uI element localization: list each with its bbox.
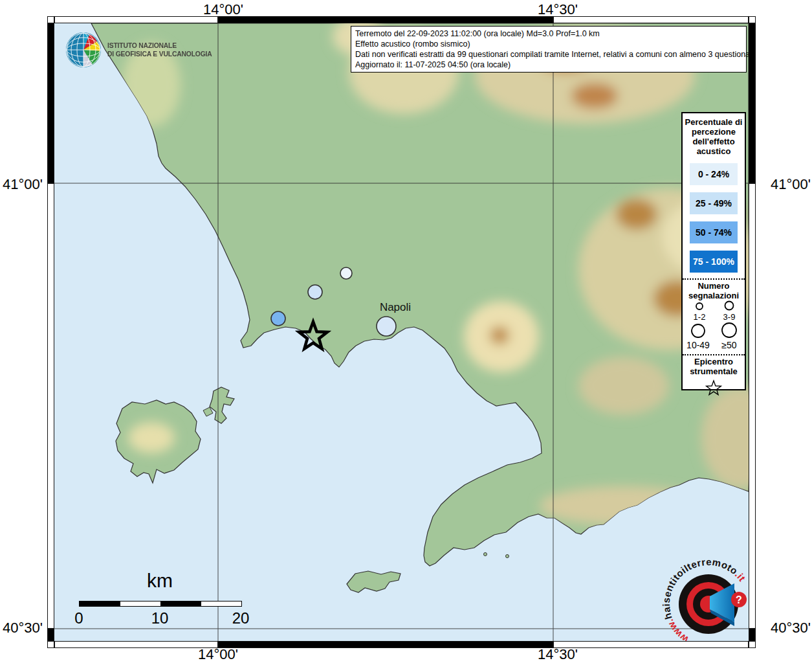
scale-tick-10: 10 [151,609,169,627]
legend-swatch-0-24: 0 - 24% [690,163,738,185]
legend-count-symbols: 1-2 3-9 10-49 ≥50 [683,300,745,351]
scale-segment [201,601,242,606]
frame-right-segment-1 [749,23,756,183]
count-label-1-2: 1-2 [694,312,706,322]
city-label-napoli: Napoli [371,301,419,314]
frame-corner-tl [47,16,54,23]
frame-corner-bl [47,641,54,648]
legend-epicenter-title: Epicentro strumentale [683,355,745,376]
frame-bottom-segment-3 [553,641,749,648]
axis-label-left-bottom: 40°30' [0,620,43,636]
ingv-globe-icon [65,30,102,70]
scale-tick-0: 0 [74,609,83,627]
map-legend: Percentuale di percezione dell'effetto a… [681,112,746,390]
report-circle [340,267,352,279]
ingv-logo-line-2: DI GEOFISICA E VULCANOLOGIA [107,50,212,58]
scale-segment [120,601,161,606]
scale-bar-ticks: 0 10 20 [74,609,248,626]
frame-top-segment-1 [54,16,218,23]
frame-left-segment-1 [47,23,54,183]
count-circle-10-49 [692,324,705,337]
axis-label-right-top: 41°00' [771,176,812,193]
count-label-10-49: 10-49 [686,340,710,350]
frame-top-segment-3 [553,16,749,23]
frame-top-segment-2 [218,16,553,23]
frame-bottom-segment-1 [54,641,218,648]
legend-percent-title: Percentuale di percezione dell'effetto a… [683,113,745,156]
legend-star-icon [707,381,721,395]
logo-question-mark: ? [736,594,742,605]
ingv-logo-line-1: ISTITUTO NAZIONALE [107,41,212,50]
count-label-3-9: 3-9 [723,312,736,322]
ingv-logo: ISTITUTO NAZIONALE DI GEOFISICA E VULCAN… [65,30,223,70]
terrain-map: Napoli Terremoto del 22-09-2023 11:02:00… [54,23,749,641]
scale-bar-unit: km [74,570,246,592]
event-info-line-4: Aggiornato il: 11-07-2025 04:50 (ora loc… [355,60,742,70]
event-info-line-1: Terremoto del 22-09-2023 11:02:00 (ora l… [355,28,742,39]
scale-segment [80,601,120,606]
islet [506,555,509,558]
event-info-line-3: Dati non verificati estratti da 99 quest… [355,49,742,60]
scale-segment [160,601,201,606]
count-circle-50plus [722,323,736,337]
legend-epicenter-symbol [683,376,745,398]
frame-right-segment-3 [749,629,756,641]
event-info-box: Terremoto del 22-09-2023 11:02:00 (ora l… [351,26,747,73]
count-circle-3-9 [725,302,734,310]
report-circle [377,317,396,336]
scale-tick-20: 20 [232,609,250,627]
event-info-line-2: Effetto acustico (rombo sismico) [355,39,742,49]
axis-label-bottom-left: 14°00' [179,646,257,663]
frame-bottom-segment-2 [218,641,553,648]
haisentitoilterremoto-logo: ? www.haisentitoilterremoto.it [660,556,749,641]
scale-bar: km 0 10 20 [74,570,248,626]
count-circle-1-2 [696,303,703,309]
islet [484,553,487,556]
ingv-logo-text: ISTITUTO NAZIONALE DI GEOFISICA E VULCAN… [107,41,212,58]
legend-swatch-25-49: 25 - 49% [690,192,738,214]
scale-bar-segments [79,601,242,607]
legend-swatch-75-100: 75 - 100% [690,251,738,273]
axis-label-right-bottom: 40°30' [771,620,812,636]
ingv-shakemap-page: { "header": { "lines": [ "Terremoto del … [0,0,812,663]
frame-left-segment-3 [47,629,54,641]
legend-counts-title: Numero segnalazioni [683,280,745,300]
legend-swatch-50-74: 50 - 74% [690,221,738,243]
map-canvas [54,23,749,641]
axis-label-left-top: 41°00' [0,176,43,193]
axis-label-bottom-right: 14°30' [519,646,597,663]
frame-left-segment-2 [47,183,54,629]
frame-corner-tr [749,16,756,23]
report-circle [271,311,285,326]
frame-corner-br [749,641,756,648]
report-circle [308,285,322,299]
count-label-50plus: ≥50 [721,340,736,350]
frame-right-segment-2 [749,183,756,629]
